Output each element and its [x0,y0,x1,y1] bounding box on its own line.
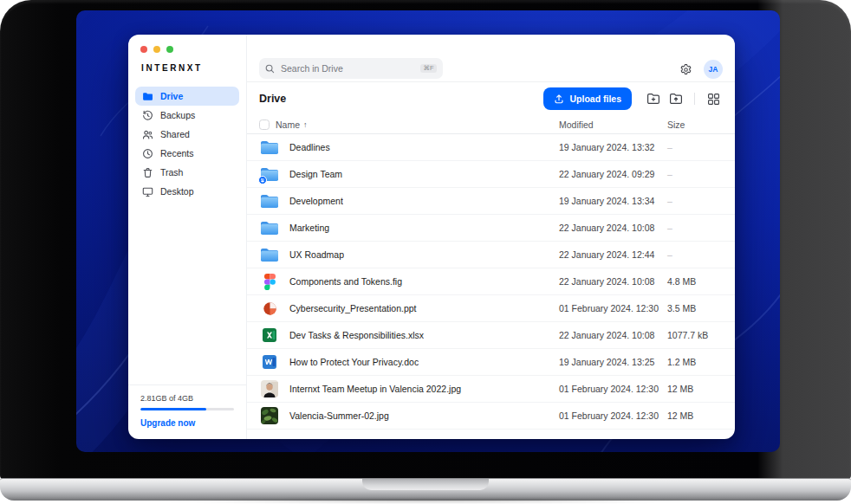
file-size: 3.5 MB [667,303,723,313]
toolbar: Upload files [543,87,723,110]
minimize-button[interactable] [153,46,160,53]
table-row[interactable]: Design Team 22 January 2024. 09:29 – [247,161,735,188]
file-size: – [667,249,723,260]
zoom-button[interactable] [166,46,173,53]
sidebar-item-trash[interactable]: Trash [135,163,239,182]
shared-badge-icon [258,176,267,184]
sidebar-nav: Drive Backups Shared Recents Trash Deskt… [128,87,246,201]
upload-files-button[interactable]: Upload files [543,87,632,110]
folder-icon [259,138,280,157]
avatar[interactable]: JA [704,60,723,79]
main-area: ⌘F JA Drive [247,35,735,439]
page-title: Drive [259,93,286,105]
figma-icon [259,272,280,291]
top-header: ⌘F JA [247,35,735,82]
upload-folder-button[interactable] [666,89,685,108]
sidebar-item-backups[interactable]: Backups [135,106,239,125]
sidebar-item-recents[interactable]: Recents [135,144,239,163]
laptop-lid-notch [362,479,489,490]
table-row[interactable]: Internxt Team Meetup in Valencia 2022.jp… [247,376,735,403]
folder-icon [259,245,280,264]
file-size: – [667,142,723,152]
table-row[interactable]: Deadlines 19 January 2024. 13:32 – [247,134,735,161]
file-size: 12 MB [667,384,723,394]
column-header-modified[interactable]: Modified [559,120,667,130]
trash-icon [141,166,153,178]
file-name: How to Protect Your Privacy.doc [289,357,419,367]
grid-view-button[interactable] [704,89,723,108]
file-size: – [667,169,723,179]
upload-icon [554,94,564,104]
photo-portrait-icon [259,379,280,398]
excel-icon [259,326,280,345]
folder-icon [259,218,280,237]
desktop-icon [141,185,153,197]
laptop-lid: INTERNXT Drive Backups Shared Recents Tr… [0,0,851,479]
word-icon [259,352,280,372]
powerpoint-icon [259,299,280,318]
grid-view-icon [707,93,720,106]
column-header-name[interactable]: Name ↑ [276,120,559,130]
sidebar-item-desktop[interactable]: Desktop [135,182,239,201]
sidebar: INTERNXT Drive Backups Shared Recents Tr… [128,35,247,439]
select-all-checkbox[interactable] [259,120,270,130]
sidebar-item-shared[interactable]: Shared [135,125,239,144]
table-row[interactable]: UX Roadmap 22 January 2024. 12:44 – [247,242,735,268]
file-name: Marketing [289,223,329,233]
internxt-logo: INTERNXT [141,63,246,73]
search-input[interactable] [279,62,416,74]
file-name: Internxt Team Meetup in Valencia 2022.jp… [289,384,461,394]
table-row[interactable]: Components and Tokens.fig 22 January 202… [247,268,735,295]
toolbar-divider [694,93,695,105]
create-folder-button[interactable] [644,89,663,108]
file-size: 4.8 MB [667,276,723,287]
column-header-size[interactable]: Size [667,120,723,130]
file-modified: 01 February 2024. 12:30 [559,303,667,313]
sort-arrow-icon: ↑ [303,120,308,129]
file-size: 12 MB [667,410,723,421]
sidebar-item-drive[interactable]: Drive [135,87,239,106]
desktop-wallpaper: INTERNXT Drive Backups Shared Recents Tr… [76,10,780,452]
folder-upload-icon [669,92,683,106]
content-header: Drive Upload files [247,82,735,115]
file-name: Dev Tasks & Responsibilities.xlsx [289,330,424,340]
shared-icon [141,128,153,140]
close-button[interactable] [140,46,147,53]
file-modified: 22 January 2024. 10:08 [559,276,667,287]
table-row[interactable]: Development 19 January 2024. 13:34 – [247,188,735,215]
search-icon [265,64,275,74]
storage-usage: 2.81GB of 4GB [140,394,234,403]
file-modified: 19 January 2024. 13:32 [559,142,667,152]
folder-icon [259,191,280,210]
file-list: Deadlines 19 January 2024. 13:32 – Desig… [247,134,735,439]
laptop-mockup: INTERNXT Drive Backups Shared Recents Tr… [0,0,851,504]
file-modified: 22 January 2024. 09:29 [559,169,667,179]
file-modified: 01 February 2024. 12:30 [559,384,667,394]
file-size: 1077.7 kB [667,330,723,340]
window-controls [140,46,173,53]
file-name: Design Team [289,169,342,179]
upgrade-link[interactable]: Upgrade now [140,418,234,428]
file-size: – [667,223,723,233]
file-modified: 01 February 2024. 12:30 [559,410,667,421]
table-row[interactable]: Cybersecurity_Presentation.ppt 01 Februa… [247,295,735,322]
file-name: Valencia-Summer-02.jpg [289,410,389,421]
table-row[interactable]: Dev Tasks & Responsibilities.xlsx 22 Jan… [247,322,735,349]
file-name: Development [289,196,343,206]
folder-plus-icon [646,92,660,106]
app-window: INTERNXT Drive Backups Shared Recents Tr… [128,35,735,439]
drive-folder-icon [141,90,153,102]
file-size: 1.2 MB [667,357,723,367]
table-row[interactable]: How to Protect Your Privacy.doc 19 Janua… [247,349,735,376]
storage-progressbar [140,408,234,410]
search-shortcut-chip: ⌘F [420,64,437,74]
storage-panel: 2.81GB of 4GB Upgrade now [128,384,246,439]
search-bar[interactable]: ⌘F [259,58,443,79]
table-row[interactable]: Marketing 22 January 2024. 10:08 – [247,215,735,242]
table-row[interactable]: Valencia-Summer-02.jpg 01 February 2024.… [247,403,735,430]
settings-button[interactable] [676,60,695,79]
photo-green-icon [259,406,280,425]
file-modified: 22 January 2024. 10:08 [559,330,667,340]
laptop-shadow [43,500,808,504]
file-name: Cybersecurity_Presentation.ppt [289,303,417,313]
